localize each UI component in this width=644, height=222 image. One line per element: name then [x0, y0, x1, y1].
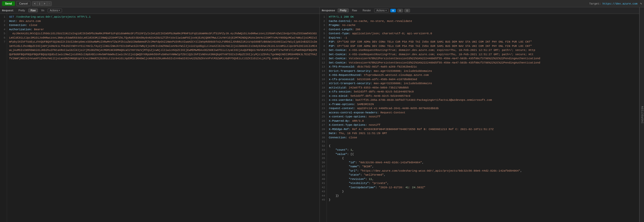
tab-response-render[interactable]: Render — [360, 9, 373, 12]
request-actions-button[interactable]: Actions — [48, 9, 62, 12]
response-line-number: 10 — [321, 52, 325, 57]
nav-pipe-button: | — [38, 2, 42, 6]
main-content: Request Pretty Raw Vn Actions 1234567 GE… — [0, 7, 644, 222]
response-view-btn-2[interactable]: ⊟ — [397, 9, 403, 12]
response-line-number: 6 — [321, 36, 325, 40]
response-line-number: 29 — [321, 131, 325, 136]
nav-next-button[interactable]: > — [42, 2, 47, 6]
response-line-number: 13 — [321, 65, 325, 69]
request-line-number: 7 — [1, 40, 5, 44]
response-line-number: 28 — [321, 127, 325, 132]
response-actions-button[interactable]: Actions — [374, 9, 389, 12]
tab-request-vn[interactable]: Vn — [39, 9, 46, 12]
response-line-number: 1 — [321, 15, 325, 19]
response-line-number: 44 — [321, 194, 325, 198]
nav-arrows: < | > · — [32, 1, 52, 6]
request-line-number: 2 — [1, 19, 5, 23]
response-line-number: 14 — [321, 69, 325, 73]
response-panel: Response Pretty Raw Render Actions ⊞ ⊟ ⊡… — [320, 7, 639, 222]
response-line-number: 34 — [321, 152, 325, 156]
response-panel-header: Response Pretty Raw Render Actions ⊞ ⊟ ⊡ — [320, 7, 639, 14]
response-line-number: 40 — [321, 177, 325, 181]
response-line-number: 38 — [321, 169, 325, 173]
response-line-number: 43 — [321, 189, 325, 194]
request-line-numbers: 1234567 — [0, 14, 7, 222]
response-line-number: 42 — [321, 185, 325, 190]
send-button[interactable]: Send — [2, 1, 15, 6]
response-line-number: 5 — [321, 31, 325, 36]
response-line-number: 24 — [321, 111, 325, 115]
response-line-number: 37 — [321, 165, 325, 169]
tab-request-raw[interactable]: Raw — [28, 9, 38, 12]
response-line-numbers: 1234567891011121314151617181920212223242… — [320, 14, 327, 222]
response-line-number: 35 — [321, 156, 325, 161]
response-view-btn-3[interactable]: ⊡ — [404, 9, 410, 12]
tab-response-raw[interactable]: Raw — [350, 9, 359, 12]
response-line-number: 9 — [321, 48, 325, 52]
request-panel-title: Request — [2, 9, 14, 12]
response-line-number: 7 — [321, 40, 325, 44]
response-panel-title: Response — [322, 9, 335, 12]
target-label: Target: https://dev.azure.com ✎ — [589, 2, 642, 6]
request-code-content[interactable]: GET /codesharing-wcus-0dr/_apis/projects… — [7, 14, 319, 222]
response-line-number: 33 — [321, 148, 325, 152]
response-line-number: 17 — [321, 81, 325, 86]
response-line-number: 39 — [321, 173, 325, 177]
request-code-area: 1234567 GET /codesharing-wcus-0dr/_apis/… — [0, 14, 319, 222]
inspection-panel: INSPECTION — [639, 7, 644, 222]
response-line-number: 41 — [321, 181, 325, 185]
response-line-number: 15 — [321, 73, 325, 77]
response-line-number: 3 — [321, 23, 325, 27]
response-line-number: 36 — [321, 161, 325, 165]
response-line-number: 16 — [321, 77, 325, 82]
response-line-number: 31 — [321, 140, 325, 144]
response-line-number: 26 — [321, 119, 325, 123]
request-line-number: 4 — [1, 27, 5, 32]
request-panel-header: Request Pretty Raw Vn Actions — [0, 7, 319, 14]
response-line-number: 32 — [321, 144, 325, 148]
request-line-number: 1 — [1, 15, 5, 19]
response-line-number: 18 — [321, 86, 325, 90]
nav-dot-button[interactable]: · — [47, 2, 51, 6]
response-view-btn-1[interactable]: ⊞ — [390, 9, 396, 12]
nav-prev-button[interactable]: < — [32, 2, 38, 6]
response-line-number: 11 — [321, 56, 325, 61]
response-line-number: 12 — [321, 61, 325, 65]
request-panel: Request Pretty Raw Vn Actions 1234567 GE… — [0, 7, 320, 222]
inspection-label: INSPECTION — [641, 106, 644, 123]
top-toolbar: Send Cancel < | > · Target: https://dev.… — [0, 0, 644, 7]
cancel-button[interactable]: Cancel — [16, 1, 31, 6]
response-line-number: 2 — [321, 19, 325, 23]
response-line-number: 21 — [321, 98, 325, 102]
edit-icon[interactable]: ✎ — [640, 2, 642, 6]
response-line-number: 8 — [321, 44, 325, 48]
response-line-number: 20 — [321, 94, 325, 98]
tab-response-pretty[interactable]: Pretty — [338, 9, 349, 12]
response-line-number: 25 — [321, 115, 325, 119]
request-line-number: 6 — [1, 36, 5, 40]
request-line-number: 5 — [1, 31, 5, 36]
target-url: https://dev.azure.com — [603, 2, 638, 5]
response-line-number: 30 — [321, 136, 325, 140]
response-code-content[interactable]: HTTP/1.1 200 OK Cache-Control: no-cache,… — [327, 14, 639, 222]
tab-request-pretty[interactable]: Pretty — [16, 9, 27, 12]
response-line-number: 4 — [321, 27, 325, 32]
response-line-number: 45 — [321, 198, 325, 202]
response-line-number: 22 — [321, 102, 325, 107]
response-line-number: 23 — [321, 106, 325, 111]
response-line-number: 27 — [321, 123, 325, 127]
response-line-number: 19 — [321, 90, 325, 94]
response-code-area: 1234567891011121314151617181920212223242… — [320, 14, 639, 222]
request-line-number: 3 — [1, 23, 5, 27]
